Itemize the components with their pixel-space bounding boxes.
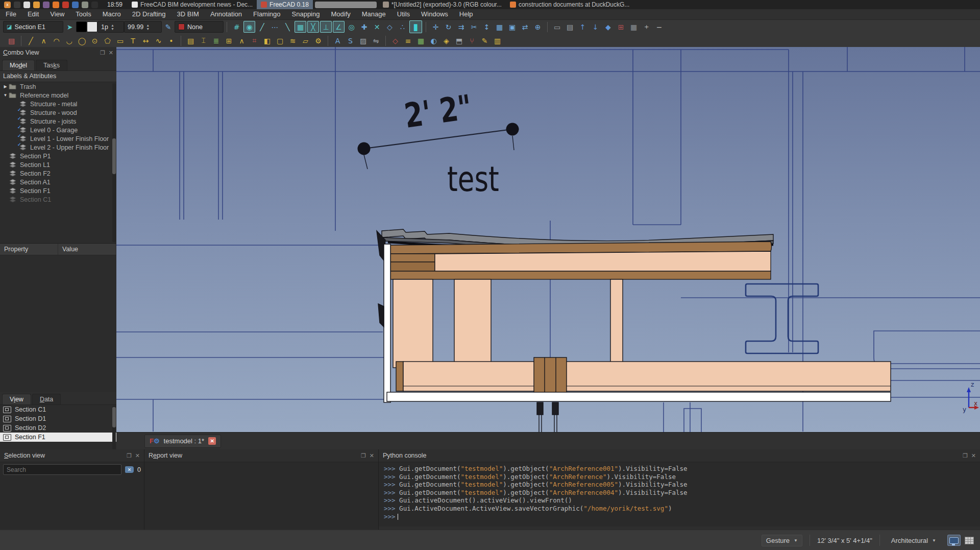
draft-rotate-icon[interactable]: ↻ [443, 21, 454, 33]
tree-item[interactable]: Section F1 [0, 186, 116, 195]
draft-fillet-icon[interactable]: ◠ [51, 35, 62, 46]
app-freecad-icon[interactable] [62, 2, 69, 8]
snap-midpoint-icon[interactable]: ✚ [358, 21, 370, 33]
menu-flamingo[interactable]: Flamingo [248, 9, 286, 19]
list-scrollbar-thumb[interactable] [112, 407, 116, 427]
close-panel-icon[interactable]: ✕ [109, 50, 113, 56]
snap-angle-icon[interactable]: ∠ [333, 21, 345, 33]
draft-stretch-icon[interactable]: ↕ [481, 21, 493, 33]
style-combo[interactable]: None [175, 21, 224, 33]
tab-data[interactable]: Data [32, 394, 61, 404]
draft-polygon-icon[interactable]: ⬠ [102, 35, 113, 46]
tree-item[interactable]: Section C1 [0, 195, 116, 204]
arch-panel-icon[interactable]: ▱ [300, 35, 311, 46]
shapestring-icon[interactable]: S [345, 35, 356, 46]
annotation-style-icon[interactable]: ▭ [551, 21, 563, 33]
arch-structure-icon[interactable]: ⌶ [198, 35, 209, 46]
snap-parallel-icon[interactable]: ╲ [282, 21, 293, 33]
arch-rebar-icon[interactable]: ≣ [210, 35, 222, 46]
draft-offset-icon[interactable]: ⇉ [455, 21, 467, 33]
tree-item[interactable]: Section L1 [0, 160, 116, 169]
zoom-out-icon[interactable]: − [653, 21, 665, 33]
search-input[interactable] [3, 464, 121, 475]
float-panel-icon[interactable]: ❐ [100, 50, 105, 56]
menu-utils[interactable]: Utils [391, 9, 415, 19]
menu-windows[interactable]: Windows [415, 9, 454, 19]
git-icon[interactable]: ⑂ [466, 35, 478, 46]
draft-text-icon[interactable]: T [127, 35, 139, 46]
draft-clone-icon[interactable]: ▣ [506, 21, 518, 33]
isometric-view-icon[interactable]: ◆ [602, 21, 614, 33]
draft-rectangle-icon[interactable]: ▭ [114, 35, 126, 46]
menu-macro[interactable]: Macro [97, 9, 127, 19]
tree-scrollbar[interactable] [112, 83, 116, 242]
working-plane-combo[interactable]: ◪ Section E1 [3, 21, 63, 33]
tree-item[interactable]: ▼Reference model [0, 91, 116, 100]
taskbar-window-1[interactable]: FreeCAD BIM development news - Dec... [128, 0, 257, 9]
tree-item[interactable]: ▶Trash [0, 82, 116, 91]
arch-window-icon[interactable]: ⊞ [223, 35, 235, 46]
arch-roof-icon[interactable]: ∧ [236, 35, 248, 46]
tab-model[interactable]: Model [2, 60, 35, 70]
clear-search-icon[interactable]: ✕ [125, 466, 134, 473]
tree-scrollbar-thumb[interactable] [112, 138, 116, 174]
menu-help[interactable]: Help [454, 9, 479, 19]
arch-wall-icon[interactable]: ▤ [185, 35, 197, 46]
arch-equipment-icon[interactable]: ⚙ [312, 35, 324, 46]
draft-trim-icon[interactable]: ✂ [468, 21, 480, 33]
app-blender-icon[interactable] [53, 2, 59, 8]
snap-off-icon[interactable]: ✕ [371, 21, 383, 33]
layers-icon[interactable]: ≡ [402, 35, 414, 46]
snap-near-icon[interactable]: ∴ [397, 21, 408, 33]
axes-cube-icon[interactable]: ⊞ [615, 21, 627, 33]
wp-arrow-icon[interactable]: ➤ [64, 21, 76, 33]
svg-export-icon[interactable]: ▤ [6, 35, 17, 46]
arch-space-icon[interactable]: ▢ [274, 35, 286, 46]
menu-modify[interactable]: Modify [325, 9, 356, 19]
close-panel-icon[interactable]: ✕ [370, 452, 374, 459]
menu-manage[interactable]: Manage [356, 9, 391, 19]
snap-perpendicular-icon[interactable]: ⊥ [320, 21, 332, 33]
app-gimp-icon[interactable] [43, 2, 50, 8]
python-console-output[interactable]: >>> Gui.getDocument("testmodel").getObje… [379, 462, 980, 527]
draft-to-sketch-icon[interactable]: ⇄ [519, 21, 531, 33]
dimension-endpoint-dot[interactable] [358, 142, 371, 155]
tree-item[interactable]: Section A1 [0, 178, 116, 186]
console-input-line[interactable]: >>> [384, 513, 980, 521]
face-color-swatch[interactable] [87, 21, 97, 32]
document-copy-icon[interactable]: ▤ [564, 21, 576, 33]
taskbar-window-2[interactable]: FreeCAD 0.18 [257, 0, 313, 9]
layer-up-icon[interactable]: ↑ [577, 21, 589, 33]
quick-measure-icon[interactable] [947, 535, 961, 546]
draft-move-icon[interactable]: ✛ [430, 21, 442, 33]
sketch-icon[interactable]: ✎ [479, 35, 491, 46]
list-scrollbar[interactable] [112, 406, 116, 451]
menu-annotation[interactable]: Annotation [205, 9, 248, 19]
zoom-in-icon[interactable]: ＋ [641, 21, 652, 33]
snap-center-icon[interactable]: ◎ [346, 21, 357, 33]
working-plane-icon[interactable]: ▮ [409, 20, 422, 33]
layer-down-icon[interactable]: ↓ [590, 21, 601, 33]
draft-arc-icon[interactable]: ◡ [63, 35, 75, 46]
app-krita-icon[interactable] [72, 2, 79, 8]
app-terminal-icon[interactable] [23, 2, 30, 8]
expander-expanded-icon[interactable]: ▼ [2, 93, 9, 98]
draft-ellipse-icon[interactable]: ⊙ [89, 35, 101, 46]
schedule-icon[interactable]: ▦ [415, 35, 427, 46]
menu-2d-drafting[interactable]: 2D Drafting [127, 9, 172, 19]
menu-snapping[interactable]: Snapping [286, 9, 326, 19]
menu-3d-bim[interactable]: 3D BIM [172, 9, 205, 19]
line-color-swatch[interactable] [76, 21, 87, 32]
survey-icon[interactable]: ◈ [440, 35, 452, 46]
float-panel-icon[interactable]: ❐ [127, 452, 132, 459]
hatch-icon[interactable]: ▨ [357, 35, 369, 46]
property-table-body[interactable] [0, 255, 116, 392]
snap-extension-icon[interactable]: ⋯ [269, 21, 281, 33]
snap-grid-icon[interactable]: ▦ [295, 21, 306, 33]
material-icon[interactable]: ◐ [428, 35, 439, 46]
close-panel-icon[interactable]: ✕ [971, 452, 976, 459]
annotation-text[interactable]: test [447, 158, 499, 199]
help-icon[interactable]: ▥ [492, 35, 503, 46]
spinner-arrows-icon[interactable]: ▲▼ [146, 23, 150, 31]
draft-point-icon[interactable]: • [165, 35, 177, 46]
